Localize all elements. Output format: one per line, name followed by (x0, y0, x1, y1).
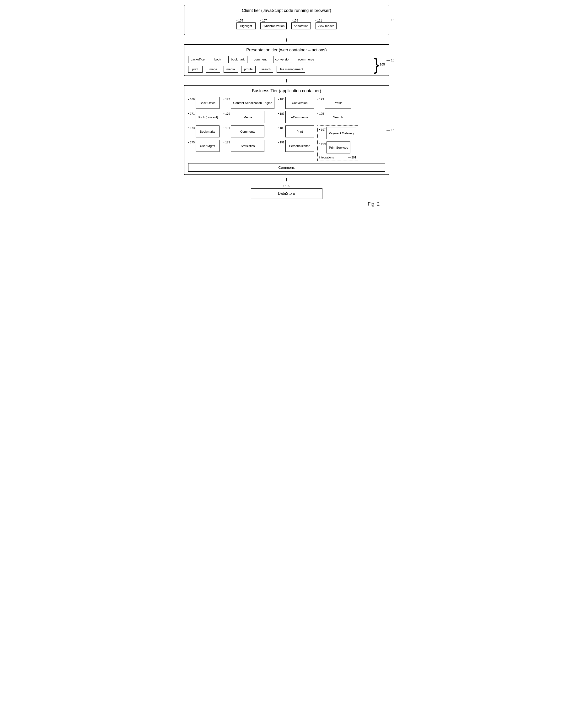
client-tier-wrapper: Client tier (JavaScript code running in … (184, 5, 389, 35)
biz-col-1: • 169 Back Office • 171 Book (content) •… (188, 97, 220, 152)
business-tier-wrapper: Business Tier (application container) • … (184, 85, 389, 175)
integrations-label: integrations (319, 156, 334, 159)
component-highlight: Highlight (237, 22, 256, 30)
comp-profile: profile (241, 66, 256, 72)
client-item-viewmodes: • 161 View modes (316, 19, 337, 30)
datastore-ref-area: • 135 (184, 184, 389, 188)
comp-personalization: Personalizaiton (285, 140, 314, 152)
ref-155: • 155 (237, 19, 243, 22)
biz-col-4: • 193 Profile • 195 Search • 197 Payment… (317, 97, 358, 161)
ref-179: • 179 (223, 111, 230, 115)
datastore-ref-label: • 135 (283, 184, 290, 188)
arrow-3-icon: ↕ (285, 177, 288, 183)
ref-171: • 171 (188, 111, 195, 115)
comp-print-biz: Print (285, 126, 314, 137)
ref-191: • 191 (278, 140, 284, 144)
arrow-2-icon: ↕ (285, 78, 288, 84)
comp-search-biz: Search (325, 111, 351, 123)
client-item-annotation: • 159 Annotation (292, 19, 311, 30)
comp-conversion-biz: Conversion (285, 97, 314, 109)
comp-book: book (211, 56, 225, 63)
integrations-dashed-group: • 197 Payment Gateway • 199 Print Servic… (317, 126, 358, 161)
client-item-sync: • 157 Synchronization (260, 19, 287, 30)
comp-payment-gateway: Payment Gateway (326, 127, 356, 139)
biz-col-3: • 185 Conversion • 187 eCommerce • 189 P… (278, 97, 314, 152)
ref-185: • 185 (278, 97, 284, 101)
comp-backoffice: backoffice (188, 56, 207, 63)
business-tier-ref: — 167 (386, 128, 394, 132)
ref-173: • 173 (188, 126, 195, 130)
ref-189: • 189 (278, 126, 284, 130)
comp-media-biz: Media (231, 111, 264, 123)
client-tier-ref: 153 (391, 18, 394, 22)
ref-187: • 187 (278, 111, 284, 115)
client-tier-content: • 155 Highlight • 157 Synchronization • … (188, 16, 385, 32)
integrations-footer: integrations — 201 (319, 156, 356, 159)
presentation-tier-box: Presentation tier (web container – actio… (184, 44, 389, 76)
comp-bookmark: bookmark (228, 56, 248, 63)
fig-label: Fig. 2 (184, 201, 389, 207)
ref-175: • 175 (188, 140, 195, 144)
diagram: Client tier (JavaScript code running in … (184, 5, 389, 207)
comp-search: search (259, 66, 273, 72)
curly-brace-icon: } (374, 56, 379, 72)
ref-195: • 195 (317, 111, 324, 115)
ref-169: • 169 (188, 97, 195, 101)
ref-177: • 177 (223, 97, 230, 101)
comp-ecommerce-biz: eCommerce (285, 111, 314, 123)
comp-media: media (223, 66, 238, 72)
client-tier-box: Client tier (JavaScript code running in … (184, 5, 389, 35)
comp-print: print (188, 66, 203, 72)
arrow-1: ↕ (184, 37, 389, 43)
biz-col-2: • 177 Content Serialization Engine • 179… (223, 97, 275, 152)
presentation-tier-ref: — 163 (386, 58, 394, 62)
biz-cell-ecommerce: • 187 eCommerce (278, 111, 314, 123)
biz-cell-backoffice: • 169 Back Office (188, 97, 220, 109)
arrow-1-icon: ↕ (285, 37, 288, 43)
comp-user-mgmt: User Mgmt (196, 140, 219, 152)
biz-cell-print-services: • 199 Print Services (319, 142, 356, 153)
biz-cell-cse: • 177 Content Serialization Engine (223, 97, 275, 109)
comp-profile-biz: Profile (325, 97, 351, 109)
biz-cell-bookmarks: • 173 Bookmarks (188, 126, 220, 137)
ref-157: • 157 (260, 19, 267, 22)
comp-use-management: Use management (276, 66, 306, 72)
ref-193: • 193 (317, 97, 324, 101)
comp-ecommerce: ecommerce (296, 56, 316, 63)
business-tier-title: Business Tier (application container) (188, 88, 385, 93)
comp-comment: comment (251, 56, 270, 63)
business-tier-content: • 169 Back Office • 171 Book (content) •… (188, 97, 385, 161)
ref-159: • 159 (292, 19, 298, 22)
ref-183: • 183 (223, 140, 230, 144)
presentation-tier-title: Presentation tier (web container – actio… (188, 48, 385, 53)
brace-ref-label: 165 (380, 63, 385, 66)
client-tier-title: Client tier (JavaScript code running in … (188, 8, 385, 13)
presentation-tier-wrapper: Presentation tier (web container – actio… (184, 44, 389, 76)
biz-cell-usermgmt: • 175 User Mgmt (188, 140, 220, 152)
ref-181: • 181 (223, 126, 230, 130)
comp-stats: Statsistics (231, 140, 264, 152)
comp-cse: Content Serialization Engine (231, 97, 274, 109)
biz-cell-profile: • 193 Profile (317, 97, 358, 109)
arrow-2: ↕ (184, 78, 389, 84)
biz-cell-stats: • 183 Statsistics (223, 140, 275, 152)
comp-image: image (206, 66, 220, 72)
datastore-box: DataStore (251, 188, 322, 199)
brace-165: } 165 (374, 56, 385, 72)
integrations-ref-201: — 201 (348, 156, 356, 159)
business-tier-box: Business Tier (application container) • … (184, 85, 389, 175)
biz-cell-payment: • 197 Payment Gateway (319, 127, 356, 139)
comp-book-content: Book (content) (196, 111, 220, 123)
biz-cell-comments: • 181 Comments (223, 126, 275, 137)
client-item-highlight: • 155 Highlight (237, 19, 256, 30)
datastore-wrapper: DataStore (184, 188, 389, 199)
biz-cell-personalization: • 191 Personalizaiton (278, 140, 314, 152)
biz-cell-print: • 189 Print (278, 126, 314, 137)
component-annotation: Annotation (292, 22, 311, 30)
comp-back-office: Back Office (196, 97, 219, 109)
comp-comments: Comments (231, 126, 264, 137)
ref-199: • 199 (319, 142, 326, 146)
commons-bar: Commons (188, 163, 385, 172)
biz-cell-book: • 171 Book (content) (188, 111, 220, 123)
ref-197: • 197 (319, 127, 326, 132)
